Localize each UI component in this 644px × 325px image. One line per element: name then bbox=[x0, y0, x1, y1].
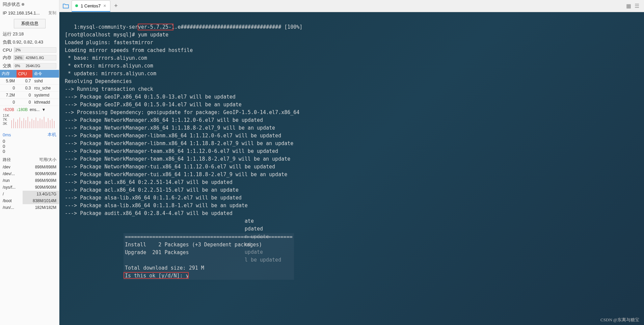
filesystem-table: 路径可用/大小 /dev898M/898M/dev/...909M/909M/r… bbox=[0, 156, 59, 211]
load-label: 负载 bbox=[3, 39, 11, 45]
uptime-value: 23:18 bbox=[13, 31, 24, 36]
proc-th-mem[interactable]: 内存 bbox=[0, 70, 17, 78]
chart-y-2: 3K bbox=[3, 121, 9, 126]
sidebar: 同步状态 IP 192.168.154.1... 复制 系统信息 运行 23:1… bbox=[0, 0, 59, 325]
swap-row: 交换 0%264K/2G bbox=[0, 62, 59, 70]
zeros-chart: 0 0 0 bbox=[0, 139, 59, 156]
chevron-down-icon[interactable]: ▼ bbox=[42, 107, 46, 112]
table-row[interactable]: 00.3rcu_sche bbox=[0, 85, 59, 92]
tab-label: 1 Centos7 bbox=[81, 3, 101, 8]
ip-row: IP 192.168.154.1... 复制 bbox=[0, 9, 59, 17]
chart-y-1: 7K bbox=[3, 117, 9, 121]
swap-pct: 0% bbox=[15, 64, 26, 68]
ip-label: IP bbox=[3, 10, 7, 16]
sync-label: 同步状态 bbox=[3, 1, 20, 7]
ping-label: 0ms bbox=[3, 132, 11, 137]
close-icon[interactable]: × bbox=[103, 3, 106, 8]
grid-view-icon[interactable]: ▦ bbox=[626, 3, 631, 9]
watermark: CSDN @东离与糖宝 bbox=[600, 317, 639, 323]
cpu-row: CPU 2% bbox=[0, 46, 59, 54]
new-tab-button[interactable]: + bbox=[112, 2, 120, 10]
fs-th-path[interactable]: 路径 bbox=[0, 156, 23, 164]
net-down: 180B bbox=[18, 107, 28, 112]
terminal[interactable]: 1:mysql-community-server-5.7.25-1.e#####… bbox=[59, 12, 644, 325]
mem-label: 内存 bbox=[3, 55, 11, 61]
zero-0: 0 bbox=[3, 139, 56, 144]
copy-link[interactable]: 复制 bbox=[48, 10, 56, 16]
status-dot-icon bbox=[22, 3, 24, 6]
zero-1: 0 bbox=[3, 144, 56, 149]
proc-th-cmd[interactable]: 命令 bbox=[32, 70, 59, 78]
swap-value: 264K/2G bbox=[26, 64, 40, 68]
cpu-label: CPU bbox=[3, 48, 12, 53]
net-up: 620B bbox=[5, 107, 14, 112]
folder-icon[interactable] bbox=[61, 2, 70, 10]
system-info-button[interactable]: 系统信息 bbox=[14, 19, 46, 28]
chart-y-0: 11K bbox=[3, 113, 9, 117]
table-row[interactable]: /run/...182M/182M bbox=[0, 204, 59, 211]
table-row[interactable]: /13.4G/17G bbox=[0, 191, 59, 197]
host-label[interactable]: 本机 bbox=[48, 132, 56, 138]
mem-pct: 24% bbox=[15, 56, 26, 60]
process-table: 内存 CPU 命令 5.9M0.7sshd00.3rcu_sche7.2M0sy… bbox=[0, 70, 59, 106]
highlight-yum-update bbox=[138, 24, 173, 30]
fs-th-size[interactable]: 可用/大小 bbox=[23, 156, 59, 164]
load-value: 0.92, 0.82, 0.43 bbox=[13, 39, 43, 45]
uptime-label: 运行 bbox=[3, 31, 11, 36]
table-row[interactable]: /dev898M/898M bbox=[0, 164, 59, 170]
mem-row: 内存 24%428M/1.8G bbox=[0, 54, 59, 62]
net-iface[interactable]: ens... bbox=[30, 107, 39, 112]
mem-value: 428M/1.8G bbox=[26, 56, 44, 60]
table-row[interactable]: /boot838M/1014M bbox=[0, 197, 59, 204]
sync-status: 同步状态 bbox=[0, 0, 59, 9]
active-dot-icon bbox=[75, 4, 78, 7]
cpu-pct: 2% bbox=[15, 48, 26, 52]
tab-bar: 1 Centos7 × + ▦ ☰ bbox=[59, 0, 644, 12]
sparkline-icon bbox=[9, 113, 56, 128]
table-row[interactable]: 5.9M0.7sshd bbox=[0, 78, 59, 85]
ip-value: 192.168.154.1... bbox=[8, 10, 40, 16]
tab-centos7[interactable]: 1 Centos7 × bbox=[72, 0, 110, 12]
network-row: ↑620B ↓180B ens... ▼ bbox=[0, 106, 59, 113]
table-row[interactable]: 7.2M0systemd bbox=[0, 92, 59, 99]
menu-icon[interactable]: ☰ bbox=[635, 3, 639, 9]
swap-label: 交换 bbox=[3, 63, 11, 69]
table-row[interactable]: 00kthreadd bbox=[0, 99, 59, 106]
zero-2: 0 bbox=[3, 149, 56, 154]
table-row[interactable]: /dev/...909M/909M bbox=[0, 170, 59, 177]
table-row[interactable]: /sys/f...909M/909M bbox=[0, 184, 59, 191]
net-chart: 11K 7K 3K bbox=[0, 113, 59, 131]
highlight-confirm bbox=[124, 272, 189, 279]
proc-th-cpu[interactable]: CPU bbox=[17, 70, 32, 78]
table-row[interactable]: /run896M/909M bbox=[0, 177, 59, 184]
